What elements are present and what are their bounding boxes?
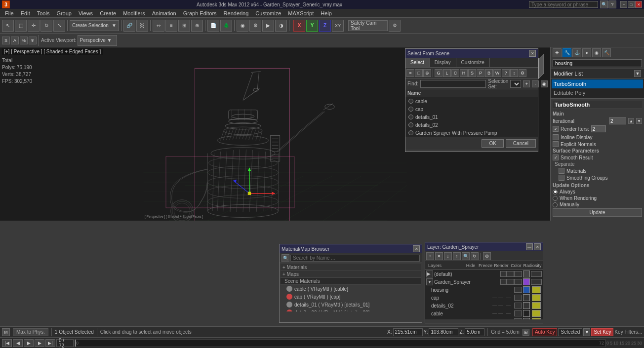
mat-search-input[interactable] <box>290 255 420 262</box>
scene-item-cable[interactable]: cable <box>405 97 538 105</box>
menu-edit[interactable]: Edit <box>18 10 33 17</box>
clone-tool[interactable]: ⊕ <box>191 20 203 32</box>
scene-item-cap[interactable]: cap <box>405 105 538 113</box>
details02-color[interactable] <box>523 302 530 309</box>
go-start-btn[interactable]: |◀ <box>2 339 12 347</box>
menu-animation[interactable]: Animation <box>149 10 179 17</box>
find-input[interactable] <box>420 80 486 88</box>
layer-cable[interactable]: cable — — — <box>425 309 543 317</box>
cap-radiosity[interactable] <box>532 294 541 301</box>
layer-new[interactable]: + <box>426 252 434 260</box>
menu-file[interactable]: File <box>2 10 17 17</box>
cancel-button[interactable]: Cancel <box>506 139 536 148</box>
layer-refresh[interactable]: ↻ <box>471 252 479 260</box>
details01-color[interactable] <box>523 318 530 319</box>
sel-set-btn3[interactable]: ◉ <box>541 80 548 87</box>
isoline-checkbox[interactable] <box>553 134 559 140</box>
scene-item-garden-sprayer[interactable]: Garden Sprayer With Pressure Pump <box>405 129 538 137</box>
layer-details01[interactable]: details_01 — — — <box>425 317 543 319</box>
coord-z-value[interactable]: 5.0cm <box>465 328 484 336</box>
link-tool[interactable]: 🔗 <box>123 20 135 32</box>
move-tool[interactable]: ✛ <box>28 20 40 32</box>
modifier-search-input[interactable] <box>553 59 642 67</box>
axis-x-btn[interactable]: X <box>293 20 305 32</box>
selection-set-select[interactable] <box>510 80 521 88</box>
mat-search-icon[interactable]: 🔍 <box>282 254 289 262</box>
minimize-button[interactable]: − <box>620 1 627 8</box>
select-region[interactable]: ⬚ <box>15 20 27 32</box>
materials-section[interactable]: + Materials <box>281 264 421 271</box>
default-hide[interactable] <box>500 271 506 277</box>
render-iters-checkbox[interactable]: ✓ <box>553 126 559 132</box>
scale-tool[interactable]: ⤡ <box>53 20 65 32</box>
gs-freeze[interactable] <box>506 279 514 285</box>
cable-render-icon[interactable] <box>514 310 522 316</box>
tab-display[interactable]: Display <box>430 58 456 67</box>
search-icon[interactable]: 🔍 <box>600 0 608 8</box>
go-end-btn[interactable]: ▶| <box>45 339 55 347</box>
menu-tools[interactable]: Tools <box>34 10 53 17</box>
details01-radiosity[interactable] <box>532 318 541 319</box>
next-frame-btn[interactable]: ▶ <box>35 339 44 347</box>
modifier-turbsmooth[interactable]: TurboSmooth <box>552 79 643 88</box>
gs-hide[interactable] <box>500 279 506 285</box>
layer-find[interactable]: 🔍 <box>462 252 470 260</box>
cable-color[interactable] <box>523 310 530 317</box>
layer-close[interactable]: ✕ <box>534 243 541 250</box>
axis-z-btn[interactable]: Z <box>319 20 331 32</box>
coord-y-value[interactable]: 103.80cm <box>429 328 458 336</box>
coord-x-value[interactable]: 215.51cm <box>393 328 423 336</box>
default-radiosity[interactable] <box>531 271 542 277</box>
maximize-button[interactable]: □ <box>628 1 635 8</box>
set-key-btn[interactable]: Set Key <box>591 328 613 336</box>
mat-item-details01[interactable]: details_01 ( VRayMtl ) [details_01] <box>281 301 421 309</box>
layer-tool[interactable]: 📄 <box>207 20 219 32</box>
select-tool[interactable]: ↖ <box>2 20 14 32</box>
menu-help[interactable]: Help <box>318 10 335 17</box>
scene-filter2[interactable]: L <box>443 69 451 77</box>
layer-select-obj[interactable]: ↑ <box>453 252 461 260</box>
explicit-normals-checkbox[interactable] <box>553 141 559 147</box>
autokey-options[interactable]: ▼ <box>583 328 590 336</box>
modify-panel-icon[interactable]: 🔧 <box>563 48 571 57</box>
mat-item-details02[interactable]: details_02 ( VRayMtl ) [details_02] <box>281 309 421 311</box>
cap-color[interactable] <box>523 294 530 301</box>
rotate-tool[interactable]: ↻ <box>40 20 52 32</box>
materials-checkbox[interactable] <box>559 168 564 174</box>
tab-select[interactable]: Select <box>405 58 430 67</box>
display-panel-icon[interactable]: ◉ <box>592 48 601 57</box>
play-btn[interactable]: ▶ <box>24 339 34 347</box>
scene-filter7[interactable]: B <box>485 69 493 77</box>
default-render[interactable] <box>514 271 522 277</box>
smooth-result-checkbox[interactable]: ✓ <box>553 155 559 160</box>
unlink-tool[interactable]: ⛓ <box>136 20 148 32</box>
menu-modifiers[interactable]: Modifiers <box>120 10 148 17</box>
auto-key-btn[interactable]: Auto Key <box>532 328 558 336</box>
gs-render[interactable] <box>514 279 522 285</box>
scene-none-icon[interactable]: □ <box>415 69 423 77</box>
prev-frame-btn[interactable]: ◀ <box>13 339 23 347</box>
render-btn[interactable]: ▶ <box>262 20 274 32</box>
scene-item-details02[interactable]: details_02 <box>405 121 538 129</box>
scene-filter9[interactable]: ? <box>502 69 510 77</box>
layer-garden-sprayer[interactable]: ▼ Garden_Sprayer <box>425 278 543 286</box>
smoothing-groups-checkbox[interactable] <box>559 175 564 181</box>
search-input[interactable] <box>529 1 598 8</box>
mat-item-cap[interactable]: cap ( VRayMtl ) [cap] <box>281 293 421 301</box>
motion-panel-icon[interactable]: ● <box>582 48 591 57</box>
utilities-panel-icon[interactable]: 🔨 <box>602 48 611 57</box>
help-icon[interactable]: ? <box>608 0 616 8</box>
select-scene-close[interactable]: ✕ <box>529 50 536 57</box>
iterational-input[interactable] <box>609 117 626 124</box>
layer-housing[interactable]: housing — — — <box>425 286 543 294</box>
snap-toggle[interactable]: S <box>2 37 10 44</box>
key-filters-label[interactable]: Key Filters... <box>614 329 642 335</box>
details02-radiosity[interactable] <box>532 302 541 309</box>
viewport-selector[interactable]: Perspective ▼ <box>78 35 117 46</box>
gs-radiosity[interactable] <box>531 279 542 285</box>
menu-views[interactable]: Views <box>76 10 96 17</box>
scene-invert-icon[interactable]: ⊕ <box>423 69 431 77</box>
layer-details02[interactable]: details_02 — — — <box>425 302 543 309</box>
tab-customize[interactable]: Customize <box>456 58 490 67</box>
mat-item-cable[interactable]: cable ( VRayMtl ) [cable] <box>281 285 421 293</box>
